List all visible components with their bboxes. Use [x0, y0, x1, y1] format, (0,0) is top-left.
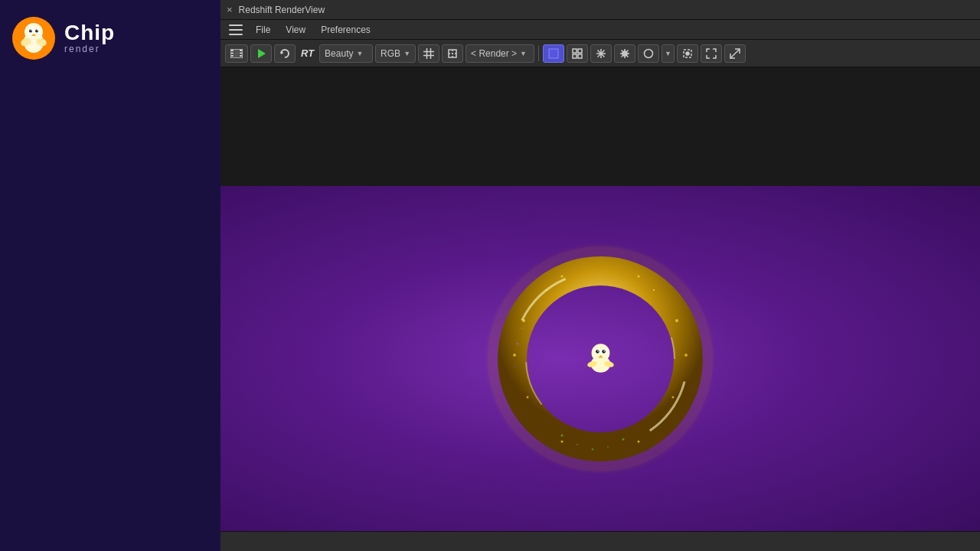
svg-point-65	[577, 444, 578, 445]
hamburger-line	[229, 34, 243, 35]
menu-bar: File View Preferences	[220, 20, 980, 40]
svg-rect-29	[549, 49, 558, 58]
svg-marker-20	[258, 49, 266, 58]
svg-point-70	[514, 366, 515, 367]
crop-button[interactable]	[442, 44, 463, 63]
svg-point-62	[513, 354, 516, 357]
grid-button[interactable]	[418, 44, 439, 63]
active-view-button[interactable]	[543, 44, 564, 63]
circle-dropdown-button[interactable]: ▼	[662, 44, 675, 63]
beauty-arrow: ▼	[356, 50, 363, 57]
main-area: × Redshift RenderView File View Preferen…	[220, 0, 980, 551]
toolbar: RT Beauty ▼ RGB ▼	[220, 40, 980, 67]
svg-point-67	[607, 446, 609, 448]
film-strip-button[interactable]	[225, 44, 248, 63]
svg-rect-30	[573, 49, 577, 53]
beauty-label: Beauty	[325, 48, 353, 59]
svg-rect-15	[231, 55, 234, 57]
title-bar: × Redshift RenderView	[220, 0, 980, 20]
svg-point-5	[29, 30, 32, 33]
rgb-arrow: ▼	[403, 50, 410, 57]
mascot-bird	[577, 336, 623, 382]
svg-rect-14	[231, 52, 234, 54]
refresh-button[interactable]	[274, 44, 296, 63]
svg-point-55	[675, 319, 678, 322]
svg-point-57	[653, 289, 655, 291]
quad-view-button[interactable]	[567, 44, 588, 63]
svg-point-60	[561, 440, 564, 442]
logo-area: Chip render	[0, 8, 126, 69]
render-label: < Render >	[471, 48, 517, 59]
menu-item-view[interactable]: View	[279, 23, 312, 37]
render-viewport[interactable]	[220, 186, 980, 531]
svg-rect-33	[578, 54, 582, 58]
svg-point-6	[35, 30, 38, 33]
svg-point-79	[603, 350, 605, 352]
svg-point-76	[596, 350, 599, 354]
svg-point-43	[645, 49, 653, 57]
window-title: Redshift RenderView	[239, 5, 325, 15]
star-2-button[interactable]	[614, 44, 635, 63]
render-content	[485, 244, 715, 474]
fullscreen-button[interactable]	[701, 44, 722, 63]
svg-point-77	[602, 350, 606, 354]
svg-point-68	[622, 438, 625, 440]
close-button[interactable]: ×	[227, 5, 233, 15]
star-1-button[interactable]	[590, 44, 612, 63]
svg-rect-17	[240, 52, 242, 54]
svg-rect-16	[240, 50, 242, 51]
app-title: Chip	[64, 22, 115, 44]
svg-point-52	[522, 319, 525, 322]
app-subtitle: render	[64, 44, 115, 54]
svg-point-73	[591, 344, 609, 362]
svg-point-58	[561, 275, 564, 277]
svg-point-63	[684, 354, 688, 357]
hamburger-menu[interactable]	[225, 21, 247, 39]
svg-point-54	[546, 289, 547, 291]
rgb-dropdown[interactable]: RGB ▼	[375, 44, 416, 63]
svg-point-71	[521, 328, 523, 329]
svg-rect-19	[234, 50, 240, 57]
svg-point-69	[517, 342, 519, 344]
chip-logo-icon	[11, 15, 57, 61]
logo-text: Chip render	[64, 22, 115, 54]
rgb-label: RGB	[381, 48, 400, 59]
svg-point-56	[672, 396, 675, 398]
sidebar: Chip render	[0, 0, 220, 551]
render-dropdown[interactable]: < Render > ▼	[466, 44, 534, 63]
region-button[interactable]	[677, 44, 698, 63]
render-dark-area	[220, 67, 980, 186]
svg-rect-13	[231, 50, 234, 51]
menu-item-file[interactable]: File	[250, 23, 276, 37]
circle-button[interactable]	[638, 44, 659, 63]
separator-1	[538, 46, 539, 61]
bottom-bar	[220, 531, 980, 551]
svg-point-64	[561, 434, 564, 436]
svg-marker-21	[281, 51, 284, 54]
svg-point-8	[37, 30, 38, 31]
svg-point-45	[686, 52, 689, 55]
svg-point-53	[527, 396, 529, 398]
svg-point-78	[597, 350, 599, 352]
svg-point-59	[638, 275, 640, 277]
beauty-dropdown[interactable]: Beauty ▼	[319, 44, 373, 63]
rt-label: RT	[298, 47, 317, 59]
svg-point-7	[31, 30, 31, 31]
display-settings-button[interactable]	[724, 44, 746, 63]
svg-rect-18	[240, 55, 242, 57]
svg-point-61	[638, 440, 640, 442]
play-button[interactable]	[250, 44, 272, 63]
render-arrow: ▼	[520, 50, 527, 57]
hamburger-line	[229, 24, 243, 26]
hamburger-line	[229, 29, 243, 31]
menu-item-preferences[interactable]: Preferences	[315, 23, 377, 37]
svg-rect-32	[573, 54, 577, 58]
svg-rect-31	[578, 49, 582, 53]
svg-point-66	[592, 448, 594, 450]
svg-line-46	[730, 49, 740, 58]
